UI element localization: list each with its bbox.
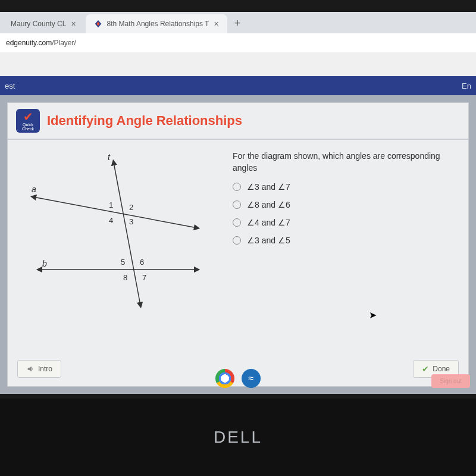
content-wrapper: ✔ Quick Check Identifying Angle Relation… — [0, 95, 476, 394]
label-5: 5 — [121, 258, 125, 267]
header-right-text: En — [462, 82, 471, 90]
app-header-bar: est En — [0, 76, 476, 95]
label-1: 1 — [109, 201, 113, 209]
tab-label: Maury County CL — [11, 20, 66, 28]
diagram-area: t a b 1 2 3 4 5 6 7 8 — [18, 151, 221, 348]
label-b: b — [42, 259, 47, 268]
app-icon[interactable]: ≈ — [242, 369, 261, 388]
url-path: /Player/ — [52, 39, 76, 47]
svg-line-3 — [33, 197, 197, 228]
toolbar-spacer — [0, 52, 476, 76]
lesson-header: ✔ Quick Check Identifying Angle Relation… — [8, 103, 468, 140]
question-text: For the diagram shown, which angles are … — [233, 151, 458, 174]
edgenuity-icon — [94, 20, 102, 28]
radio-icon[interactable] — [233, 236, 241, 245]
radio-icon[interactable] — [233, 201, 241, 209]
option-label: ∠3 and ∠7 — [247, 182, 290, 192]
badge-line1: Quick — [23, 123, 33, 127]
option-label: ∠8 and ∠6 — [247, 200, 290, 209]
label-2: 2 — [129, 203, 133, 212]
tab-label: 8th Math Angles Relationships T — [107, 20, 209, 28]
close-icon[interactable]: × — [71, 19, 76, 29]
angle-diagram: t a b 1 2 3 4 5 6 7 8 — [18, 151, 209, 317]
dell-logo: DELL — [214, 428, 262, 447]
close-icon[interactable]: × — [214, 19, 218, 29]
label-7: 7 — [142, 273, 146, 282]
header-left-text: est — [5, 82, 15, 90]
label-a: a — [32, 184, 36, 194]
label-6: 6 — [140, 258, 144, 267]
signout-button[interactable]: Sign out — [431, 374, 470, 388]
radio-icon[interactable] — [233, 218, 241, 227]
option-label: ∠4 and ∠7 — [247, 218, 290, 227]
option-label: ∠3 and ∠5 — [247, 236, 290, 245]
url-domain: edgenuity.com — [6, 39, 52, 47]
svg-line-2 — [114, 162, 140, 305]
option-3[interactable]: ∠4 and ∠7 — [233, 218, 458, 227]
label-t: t — [108, 152, 111, 162]
quick-check-badge: ✔ Quick Check — [16, 109, 40, 133]
address-bar[interactable]: edgenuity.com/Player/ — [0, 33, 476, 52]
cursor-icon: ➤ — [369, 309, 377, 321]
laptop-bezel: DELL — [0, 399, 476, 476]
checkmark-icon: ✔ — [23, 111, 33, 123]
chrome-icon[interactable] — [215, 369, 234, 388]
label-3: 3 — [129, 217, 133, 226]
main-content: t a b 1 2 3 4 5 6 7 8 — [8, 140, 468, 354]
browser-tab-bar: Maury County CL × 8th Math Angles Relati… — [0, 12, 476, 33]
option-2[interactable]: ∠8 and ∠6 — [233, 200, 458, 209]
tab-math[interactable]: 8th Math Angles Relationships T × — [86, 14, 227, 33]
badge-line2: Check — [22, 127, 34, 131]
label-8: 8 — [123, 273, 127, 282]
new-tab-button[interactable]: + — [228, 14, 247, 33]
question-area: For the diagram shown, which angles are … — [221, 151, 458, 348]
lesson-card: ✔ Quick Check Identifying Angle Relation… — [7, 102, 469, 387]
option-4[interactable]: ∠3 and ∠5 — [233, 236, 458, 245]
os-shelf: ≈ — [0, 364, 476, 393]
tab-maury[interactable]: Maury County CL × — [2, 14, 84, 33]
radio-icon[interactable] — [233, 183, 241, 191]
option-1[interactable]: ∠3 and ∠7 — [233, 182, 458, 192]
label-4: 4 — [109, 216, 113, 225]
page-title: Identifying Angle Relationships — [47, 113, 242, 129]
signout-label: Sign out — [440, 378, 462, 384]
